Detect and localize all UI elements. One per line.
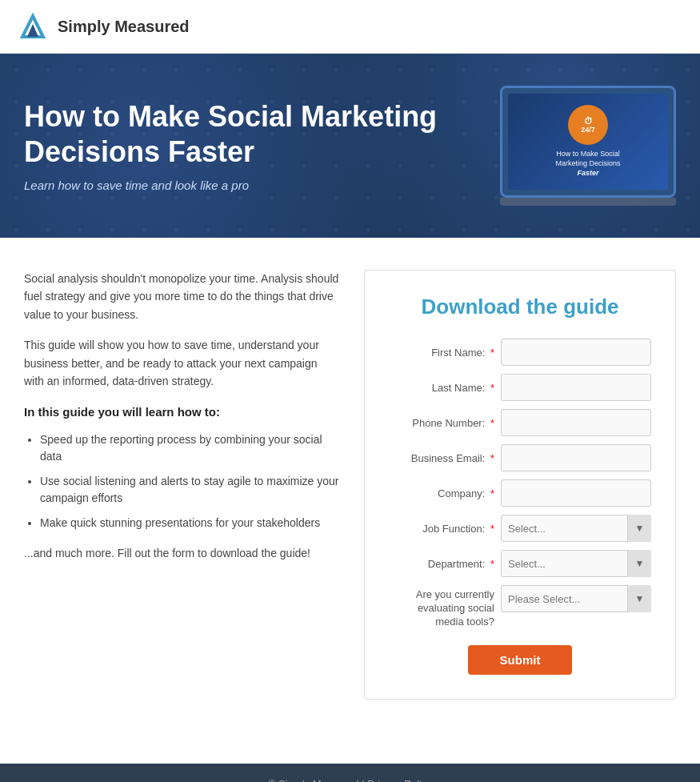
- intro-para-2: This guide will show you how to save tim…: [24, 336, 340, 390]
- company-label: Company: *: [389, 487, 501, 499]
- department-select-wrapper: Select... ▼: [501, 550, 651, 577]
- bullet-item-2: Use social listening and alerts to stay …: [40, 473, 340, 507]
- submit-row: Submit: [389, 645, 651, 675]
- hero-title: How to Make Social Marketing Decisions F…: [24, 99, 472, 168]
- laptop-screen-line1: How to Make Social: [555, 150, 620, 159]
- phone-row: Phone Number: *: [389, 409, 651, 436]
- hero-subtitle: Learn how to save time and look like a p…: [24, 178, 472, 192]
- required-star-7: *: [490, 558, 494, 570]
- simply-measured-logo-icon: [16, 10, 50, 43]
- logo-wrapper[interactable]: Simply Measured: [16, 10, 190, 43]
- laptop-badge-text: 24/7: [581, 126, 595, 134]
- laptop-mockup: ⏱ 24/7 How to Make Social Marketing Deci…: [500, 86, 676, 198]
- intro-para-1: Social analysis shouldn't monopolize you…: [24, 270, 340, 323]
- form-title: Download the guide: [389, 295, 651, 319]
- required-star-4: *: [490, 452, 494, 464]
- department-row: Department: * Select... ▼: [389, 550, 651, 577]
- evaluating-row: Are you currently evaluating social medi…: [389, 585, 651, 629]
- form-container: Download the guide First Name: * Last Na…: [364, 270, 676, 700]
- company-row: Company: *: [389, 479, 651, 507]
- main-content: Social analysis shouldn't monopolize you…: [0, 238, 700, 732]
- last-name-label: Last Name: *: [389, 382, 501, 394]
- first-name-label: First Name: *: [389, 347, 501, 359]
- laptop-screen-line3: Faster: [577, 169, 598, 177]
- job-function-row: Job Function: * Select... ▼: [389, 515, 651, 542]
- evaluating-select[interactable]: Please Select...: [501, 585, 651, 612]
- job-function-select-wrapper: Select... ▼: [501, 515, 651, 542]
- closing-text: ...and much more. Fill out the form to d…: [24, 544, 340, 562]
- evaluating-select-wrapper: Please Select... ▼: [501, 585, 651, 612]
- email-input[interactable]: [501, 444, 651, 471]
- phone-label: Phone Number: *: [389, 417, 501, 429]
- hero-image: ⏱ 24/7 How to Make Social Marketing Deci…: [500, 86, 676, 206]
- department-label: Department: *: [389, 558, 501, 570]
- right-column: Download the guide First Name: * Last Na…: [364, 270, 676, 700]
- hero-section: How to Make Social Marketing Decisions F…: [0, 54, 700, 238]
- job-function-select[interactable]: Select...: [501, 515, 651, 542]
- site-header: Simply Measured: [0, 0, 700, 54]
- laptop-screen-line2: Marketing Decisions: [555, 159, 620, 169]
- phone-input[interactable]: [501, 409, 651, 436]
- company-input[interactable]: [501, 479, 651, 507]
- bullet-list: Speed up the reporting process by combin…: [24, 431, 340, 531]
- required-star-2: *: [490, 382, 494, 394]
- job-function-label: Job Function: *: [389, 523, 501, 535]
- required-star-6: *: [490, 523, 494, 535]
- bullet-item-3: Make quick stunning presentations for yo…: [40, 515, 340, 531]
- last-name-row: Last Name: *: [389, 374, 651, 401]
- laptop-badge: ⏱ 24/7: [568, 105, 608, 145]
- privacy-policy-link[interactable]: Privacy Policy: [367, 778, 432, 782]
- email-row: Business Email: *: [389, 444, 651, 471]
- last-name-input[interactable]: [501, 374, 651, 401]
- first-name-row: First Name: *: [389, 339, 651, 366]
- footer-text: © Simply Measured |: [268, 778, 367, 782]
- laptop-screen: ⏱ 24/7 How to Make Social Marketing Deci…: [508, 94, 668, 190]
- first-name-input[interactable]: [501, 339, 651, 366]
- logo-text: Simply Measured: [58, 18, 190, 36]
- department-select[interactable]: Select...: [501, 550, 651, 577]
- laptop-screen-text: How to Make Social Marketing Decisions F…: [555, 150, 620, 178]
- required-star-3: *: [490, 417, 494, 429]
- bullet-item-1: Speed up the reporting process by combin…: [40, 431, 340, 465]
- site-footer: © Simply Measured | Privacy Policy: [0, 764, 700, 782]
- left-column: Social analysis shouldn't monopolize you…: [24, 270, 340, 575]
- evaluating-label: Are you currently evaluating social medi…: [389, 585, 501, 629]
- required-star-5: *: [490, 487, 494, 499]
- submit-button[interactable]: Submit: [468, 645, 573, 675]
- bullets-heading: In this guide you will learn how to:: [24, 403, 340, 422]
- required-star-1: *: [490, 347, 494, 359]
- hero-text-block: How to Make Social Marketing Decisions F…: [24, 99, 472, 191]
- email-label: Business Email: *: [389, 452, 501, 464]
